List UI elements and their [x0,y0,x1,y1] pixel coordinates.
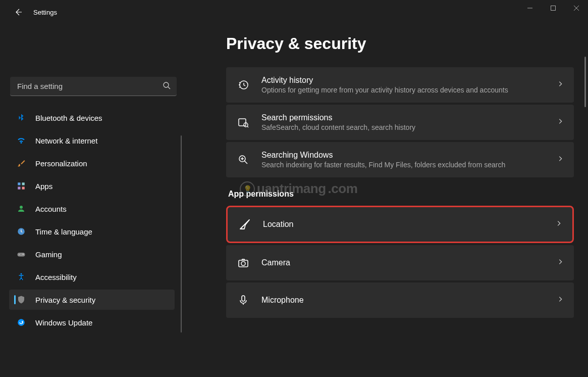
card-body: Activity history Options for getting mor… [261,76,552,94]
minimize-icon [527,6,532,11]
chevron-right-icon [557,155,564,164]
account-icon [16,204,26,214]
svg-point-1 [164,82,169,87]
chevron-right-icon [557,80,564,89]
minimize-button[interactable] [518,0,542,16]
svg-rect-0 [551,6,556,11]
sidebar-item-label: Privacy & security [35,296,95,304]
sidebar-scrollbar[interactable] [181,135,182,333]
chevron-right-icon [557,258,564,267]
page-title: Privacy & security [226,34,574,53]
search-icon [163,81,171,91]
sidebar-item-label: Personalization [35,159,87,168]
privacy-icon [16,295,26,305]
update-icon [16,317,26,327]
card-search-permissions[interactable]: Search permissions SafeSearch, cloud con… [226,105,574,140]
section-header-app-permissions: App permissions [228,190,574,199]
close-button[interactable] [565,0,588,16]
main-scrollbar[interactable] [584,57,586,107]
close-icon [574,6,579,11]
sidebar-item-label: Gaming [35,250,62,259]
card-searching-windows[interactable]: Searching Windows Search indexing for fa… [226,142,574,177]
sidebar-item-label: Time & language [35,227,92,236]
card-title: Camera [261,258,552,267]
camera-icon [236,256,250,270]
sidebar-item-label: Bluetooth & devices [35,114,102,122]
sidebar-item-label: Accessibility [35,273,77,281]
chevron-right-icon [557,118,564,127]
sidebar-item-privacy-security[interactable]: Privacy & security [9,290,175,310]
card-body: Searching Windows Search indexing for fa… [261,151,552,169]
bluetooth-icon [16,113,26,123]
sidebar-item-time-language[interactable]: Time & language [9,221,175,242]
gaming-icon [16,249,26,259]
card-title: Location [263,220,550,229]
sidebar-item-label: Windows Update [35,318,92,327]
card-activity-history[interactable]: Activity history Options for getting mor… [226,67,574,103]
search-win-icon [236,153,250,167]
maximize-button[interactable] [542,0,565,16]
card-subtitle: Search indexing for faster results, Find… [261,161,552,169]
sidebar-item-label: Network & internet [35,136,97,145]
sidebar-item-accounts[interactable]: Accounts [9,199,175,219]
location-icon [238,217,252,231]
window-controls [518,0,588,16]
arrow-left-icon [14,8,22,16]
sidebar-nav: Bluetooth & devices Network & internet P… [5,105,182,377]
app-title: Settings [33,9,57,16]
card-camera[interactable]: Camera [226,245,574,280]
accessibility-icon [16,272,26,282]
sidebar-item-label: Accounts [35,205,67,213]
chevron-right-icon [555,220,562,229]
card-title: Searching Windows [261,151,552,160]
sidebar-item-label: Apps [35,182,52,191]
main-content: Privacy & security Activity history Opti… [187,24,588,377]
sidebar-item-bluetooth-devices[interactable]: Bluetooth & devices [9,108,175,128]
chevron-right-icon [557,296,564,305]
sidebar-item-gaming[interactable]: Gaming [9,244,175,264]
history-icon [236,78,250,92]
card-title: Activity history [261,76,552,85]
card-body: Search permissions SafeSearch, cloud con… [261,113,552,131]
wifi-icon [16,135,26,146]
card-title: Search permissions [261,113,552,122]
sidebar-item-apps[interactable]: Apps [9,176,175,196]
sidebar-item-accessibility[interactable]: Accessibility [9,267,175,287]
apps-icon [16,181,26,191]
sidebar: Bluetooth & devices Network & internet P… [0,24,187,377]
search-wrap [10,77,177,96]
card-location[interactable]: Location [226,206,574,243]
card-body: Microphone [261,296,552,305]
sidebar-item-windows-update[interactable]: Windows Update [9,312,175,333]
card-title: Microphone [261,296,552,305]
card-microphone[interactable]: Microphone [226,282,574,318]
search-perm-icon [236,115,250,129]
brush-icon [16,158,26,168]
search-input[interactable] [10,77,177,96]
card-subtitle: Options for getting more from your activ… [261,86,552,94]
sidebar-item-network-internet[interactable]: Network & internet [9,130,175,151]
maximize-icon [551,6,556,11]
account-block[interactable] [5,28,182,71]
card-subtitle: SafeSearch, cloud content search, search… [261,123,552,131]
card-body: Location [263,220,550,229]
sidebar-item-personalization[interactable]: Personalization [9,153,175,173]
titlebar: Settings [0,0,588,24]
card-body: Camera [261,258,552,267]
microphone-icon [236,293,250,307]
time-icon [16,226,26,237]
back-button[interactable] [9,3,27,21]
